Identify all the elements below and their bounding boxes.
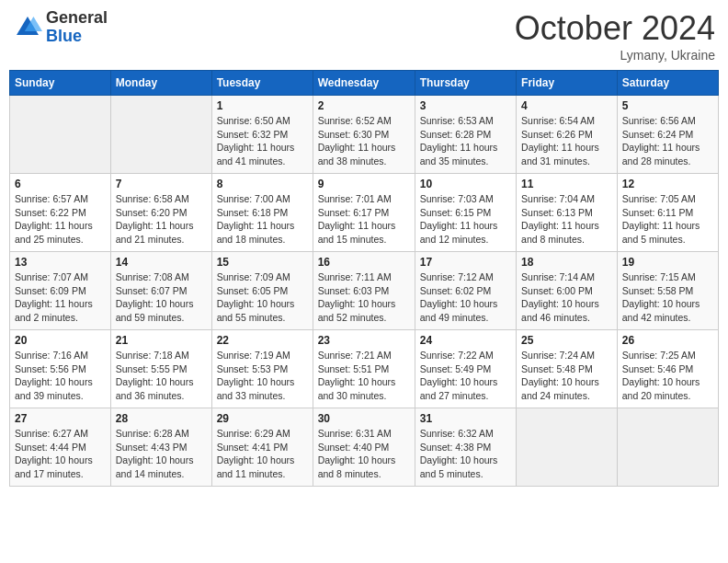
calendar-cell <box>617 408 718 487</box>
calendar-header-row: SundayMondayTuesdayWednesdayThursdayFrid… <box>10 71 719 96</box>
day-header: Thursday <box>415 71 516 96</box>
day-number: 16 <box>318 256 410 269</box>
day-info: Sunrise: 7:18 AM Sunset: 5:55 PM Dayligh… <box>116 349 207 403</box>
day-info: Sunrise: 7:14 AM Sunset: 6:00 PM Dayligh… <box>521 270 612 325</box>
day-info: Sunrise: 7:24 AM Sunset: 5:48 PM Dayligh… <box>521 349 612 403</box>
day-info: Sunrise: 6:56 AM Sunset: 6:24 PM Dayligh… <box>622 114 713 168</box>
day-number: 23 <box>318 334 410 347</box>
calendar-cell: 12Sunrise: 7:05 AM Sunset: 6:11 PM Dayli… <box>617 174 718 252</box>
day-number: 28 <box>116 412 207 425</box>
day-info: Sunrise: 7:05 AM Sunset: 6:11 PM Dayligh… <box>622 192 713 247</box>
day-header: Tuesday <box>211 71 313 96</box>
day-number: 27 <box>15 412 106 425</box>
calendar-cell: 1Sunrise: 6:50 AM Sunset: 6:32 PM Daylig… <box>211 96 313 174</box>
day-info: Sunrise: 7:19 AM Sunset: 5:53 PM Dayligh… <box>217 349 308 403</box>
day-info: Sunrise: 6:52 AM Sunset: 6:30 PM Dayligh… <box>318 114 410 168</box>
day-header: Wednesday <box>313 71 415 96</box>
day-info: Sunrise: 6:54 AM Sunset: 6:26 PM Dayligh… <box>521 114 612 168</box>
day-info: Sunrise: 7:12 AM Sunset: 6:02 PM Dayligh… <box>420 270 511 325</box>
calendar-cell: 13Sunrise: 7:07 AM Sunset: 6:09 PM Dayli… <box>10 252 111 330</box>
calendar-cell: 24Sunrise: 7:22 AM Sunset: 5:49 PM Dayli… <box>415 330 516 408</box>
day-info: Sunrise: 6:27 AM Sunset: 4:44 PM Dayligh… <box>15 427 106 481</box>
logo-text: General Blue <box>46 9 108 46</box>
calendar-cell <box>110 96 211 174</box>
calendar-cell: 19Sunrise: 7:15 AM Sunset: 5:58 PM Dayli… <box>617 252 718 330</box>
calendar-week-row: 1Sunrise: 6:50 AM Sunset: 6:32 PM Daylig… <box>10 96 719 174</box>
calendar-cell: 2Sunrise: 6:52 AM Sunset: 6:30 PM Daylig… <box>313 96 415 174</box>
calendar-cell: 5Sunrise: 6:56 AM Sunset: 6:24 PM Daylig… <box>617 96 718 174</box>
calendar-week-row: 6Sunrise: 6:57 AM Sunset: 6:22 PM Daylig… <box>10 174 719 252</box>
day-number: 2 <box>318 99 410 112</box>
day-info: Sunrise: 7:22 AM Sunset: 5:49 PM Dayligh… <box>420 349 511 403</box>
day-number: 18 <box>521 256 612 269</box>
calendar-cell: 15Sunrise: 7:09 AM Sunset: 6:05 PM Dayli… <box>211 252 313 330</box>
logo-general: General <box>46 9 108 28</box>
day-number: 3 <box>420 99 511 112</box>
day-info: Sunrise: 6:29 AM Sunset: 4:41 PM Dayligh… <box>217 427 308 481</box>
day-info: Sunrise: 6:32 AM Sunset: 4:38 PM Dayligh… <box>420 427 511 481</box>
calendar-cell: 31Sunrise: 6:32 AM Sunset: 4:38 PM Dayli… <box>415 408 516 487</box>
day-number: 11 <box>521 178 612 190</box>
day-info: Sunrise: 7:11 AM Sunset: 6:03 PM Dayligh… <box>318 270 410 325</box>
day-info: Sunrise: 7:03 AM Sunset: 6:15 PM Dayligh… <box>420 192 511 247</box>
calendar-week-row: 13Sunrise: 7:07 AM Sunset: 6:09 PM Dayli… <box>10 252 719 330</box>
day-number: 20 <box>15 334 106 347</box>
day-header: Monday <box>110 71 211 96</box>
calendar-week-row: 27Sunrise: 6:27 AM Sunset: 4:44 PM Dayli… <box>10 408 719 487</box>
calendar-cell: 8Sunrise: 7:00 AM Sunset: 6:18 PM Daylig… <box>211 174 313 252</box>
day-number: 14 <box>116 256 207 269</box>
day-info: Sunrise: 6:57 AM Sunset: 6:22 PM Dayligh… <box>15 192 106 247</box>
calendar-cell <box>517 408 618 487</box>
day-header: Saturday <box>617 71 718 96</box>
calendar-cell: 17Sunrise: 7:12 AM Sunset: 6:02 PM Dayli… <box>415 252 516 330</box>
day-info: Sunrise: 6:50 AM Sunset: 6:32 PM Dayligh… <box>217 114 308 168</box>
calendar-cell: 11Sunrise: 7:04 AM Sunset: 6:13 PM Dayli… <box>517 174 618 252</box>
calendar-cell: 3Sunrise: 6:53 AM Sunset: 6:28 PM Daylig… <box>415 96 516 174</box>
day-number: 1 <box>217 99 308 112</box>
day-info: Sunrise: 7:08 AM Sunset: 6:07 PM Dayligh… <box>116 270 207 325</box>
day-info: Sunrise: 7:21 AM Sunset: 5:51 PM Dayligh… <box>318 349 410 403</box>
title-block: October 2024 Lymany, Ukraine <box>515 9 715 63</box>
calendar-cell: 28Sunrise: 6:28 AM Sunset: 4:43 PM Dayli… <box>110 408 211 487</box>
calendar-cell: 7Sunrise: 6:58 AM Sunset: 6:20 PM Daylig… <box>110 174 211 252</box>
calendar-table: SundayMondayTuesdayWednesdayThursdayFrid… <box>9 70 719 487</box>
calendar-cell: 9Sunrise: 7:01 AM Sunset: 6:17 PM Daylig… <box>313 174 415 252</box>
calendar-cell: 16Sunrise: 7:11 AM Sunset: 6:03 PM Dayli… <box>313 252 415 330</box>
calendar-cell: 29Sunrise: 6:29 AM Sunset: 4:41 PM Dayli… <box>211 408 313 487</box>
calendar-cell: 25Sunrise: 7:24 AM Sunset: 5:48 PM Dayli… <box>517 330 618 408</box>
day-info: Sunrise: 7:15 AM Sunset: 5:58 PM Dayligh… <box>622 270 713 325</box>
logo-blue: Blue <box>46 28 108 46</box>
day-info: Sunrise: 6:53 AM Sunset: 6:28 PM Dayligh… <box>420 114 511 168</box>
calendar-cell: 18Sunrise: 7:14 AM Sunset: 6:00 PM Dayli… <box>517 252 618 330</box>
calendar-cell <box>10 96 111 174</box>
month-title: October 2024 <box>515 9 715 48</box>
day-number: 24 <box>420 334 511 347</box>
logo: General Blue <box>13 9 108 46</box>
day-number: 5 <box>622 99 713 112</box>
day-number: 6 <box>15 178 106 190</box>
day-number: 22 <box>217 334 308 347</box>
day-info: Sunrise: 7:00 AM Sunset: 6:18 PM Dayligh… <box>217 192 308 247</box>
day-number: 17 <box>420 256 511 269</box>
day-number: 30 <box>318 412 410 425</box>
day-header: Friday <box>517 71 618 96</box>
day-header: Sunday <box>10 71 111 96</box>
calendar-cell: 21Sunrise: 7:18 AM Sunset: 5:55 PM Dayli… <box>110 330 211 408</box>
calendar-cell: 22Sunrise: 7:19 AM Sunset: 5:53 PM Dayli… <box>211 330 313 408</box>
day-number: 21 <box>116 334 207 347</box>
page-header: General Blue October 2024 Lymany, Ukrain… <box>9 9 719 63</box>
day-number: 31 <box>420 412 511 425</box>
calendar-cell: 27Sunrise: 6:27 AM Sunset: 4:44 PM Dayli… <box>10 408 111 487</box>
day-info: Sunrise: 7:25 AM Sunset: 5:46 PM Dayligh… <box>622 349 713 403</box>
day-number: 25 <box>521 334 612 347</box>
day-info: Sunrise: 6:28 AM Sunset: 4:43 PM Dayligh… <box>116 427 207 481</box>
day-info: Sunrise: 6:58 AM Sunset: 6:20 PM Dayligh… <box>116 192 207 247</box>
calendar-cell: 30Sunrise: 6:31 AM Sunset: 4:40 PM Dayli… <box>313 408 415 487</box>
calendar-cell: 14Sunrise: 7:08 AM Sunset: 6:07 PM Dayli… <box>110 252 211 330</box>
logo-icon <box>13 13 42 42</box>
day-number: 15 <box>217 256 308 269</box>
day-number: 10 <box>420 178 511 190</box>
day-info: Sunrise: 6:31 AM Sunset: 4:40 PM Dayligh… <box>318 427 410 481</box>
location-subtitle: Lymany, Ukraine <box>515 48 715 63</box>
day-number: 13 <box>15 256 106 269</box>
